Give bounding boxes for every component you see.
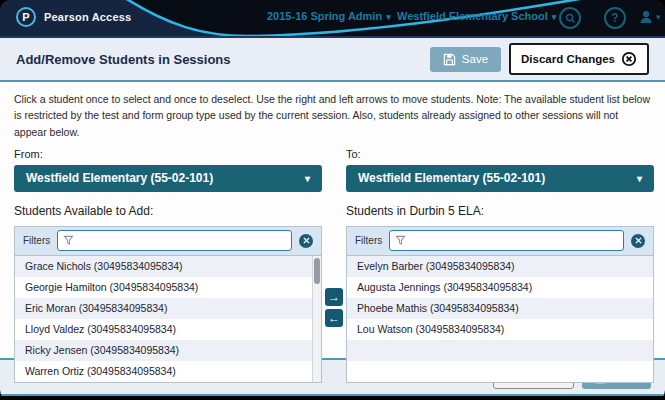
- session-students-list: Evelyn Barber (30495834095834)Augusta Je…: [347, 256, 653, 382]
- session-filter-field: [389, 230, 624, 251]
- session-list-title: Students in Durbin 5 ELA:: [346, 204, 654, 218]
- question-mark: ?: [611, 11, 618, 25]
- filter-funnel-icon: [395, 235, 406, 246]
- chevron-down-icon: ▾: [656, 12, 661, 22]
- session-filter-bar: Filters: [347, 227, 653, 256]
- user-icon: [638, 9, 654, 25]
- available-filter-bar: Filters: [15, 227, 321, 256]
- to-session-value: Westfield Elementary (55-02-101): [358, 171, 545, 185]
- student-row[interactable]: Ricky Jensen (30495834095834): [15, 340, 321, 361]
- user-menu[interactable]: ▾: [638, 9, 661, 25]
- available-students-list: Grace Nichols (30495834095834)Georgie Ha…: [15, 256, 321, 382]
- move-right-button[interactable]: →: [325, 288, 343, 306]
- chevron-down-icon: ▾: [552, 12, 557, 22]
- scrollbar-thumb[interactable]: [314, 258, 320, 284]
- list-title-row: Students Available to Add: Students in D…: [0, 192, 665, 226]
- session-filter-input[interactable]: [410, 232, 618, 249]
- filters-label: Filters: [355, 235, 382, 246]
- top-navigation-bar: P Pearson Access 2015-16 Spring Admin▾ W…: [0, 0, 665, 38]
- filters-label: Filters: [23, 235, 50, 246]
- student-row[interactable]: Lloyd Valdez (30495834095834): [15, 319, 321, 340]
- student-row[interactable]: Phoebe Mathis (30495834095834): [347, 298, 653, 319]
- available-filter-field: [57, 230, 292, 251]
- session-filter-clear-button[interactable]: [631, 234, 645, 248]
- filter-funnel-icon: [63, 235, 74, 246]
- organization-label: Westfield Elementary School: [397, 10, 548, 22]
- panels-row: Filters Grace Nichols (30495834095834)Ge…: [0, 226, 665, 383]
- available-list-title: Students Available to Add:: [14, 204, 322, 218]
- chevron-down-icon: ▾: [305, 173, 310, 184]
- empty-row: [347, 340, 653, 361]
- admin-period-label: 2015-16 Spring Admin: [267, 10, 382, 22]
- organization-dropdown[interactable]: Westfield Elementary School▾: [397, 10, 556, 22]
- right-arrow-icon: →: [328, 290, 340, 304]
- student-row[interactable]: Eric Moran (30495834095834): [15, 298, 321, 319]
- save-button[interactable]: Save: [430, 47, 501, 72]
- move-left-button[interactable]: ←: [325, 309, 343, 327]
- student-row[interactable]: Augusta Jennings (30495834095834): [347, 277, 653, 298]
- student-row[interactable]: Georgie Hamilton (30495834095834): [15, 277, 321, 298]
- chevron-down-icon: ▾: [637, 173, 642, 184]
- brand-name: Pearson Access: [44, 11, 131, 23]
- to-session-select[interactable]: Westfield Elementary (55-02-101) ▾: [346, 165, 654, 192]
- move-arrows: → ←: [322, 226, 346, 383]
- pearson-logo-icon: P: [16, 7, 36, 27]
- help-icon[interactable]: ?: [604, 7, 626, 29]
- save-button-label: Save: [462, 53, 488, 65]
- available-students-panel: Filters Grace Nichols (30495834095834)Ge…: [14, 226, 322, 383]
- discard-changes-label: Discard Changes: [521, 53, 615, 65]
- from-session-value: Westfield Elementary (55-02-101): [26, 171, 213, 185]
- to-label: To:: [346, 148, 654, 160]
- left-arrow-icon: ←: [328, 311, 340, 325]
- pearson-access-brand[interactable]: P Pearson Access: [16, 7, 131, 27]
- discard-changes-button[interactable]: Discard Changes: [509, 43, 649, 75]
- session-students-panel: Filters Evelyn Barber (30495834095834)Au…: [346, 226, 654, 383]
- scrollbar[interactable]: [312, 256, 321, 382]
- from-label: From:: [14, 148, 322, 160]
- student-row[interactable]: Evelyn Barber (30495834095834): [347, 256, 653, 277]
- page-title: Add/Remove Students in Sessions: [16, 52, 430, 67]
- available-filter-clear-button[interactable]: [299, 234, 313, 248]
- instructions-text: Click a student once to select and once …: [0, 82, 665, 142]
- student-row[interactable]: Grace Nichols (30495834095834): [15, 256, 321, 277]
- from-session-select[interactable]: Westfield Elementary (55-02-101) ▾: [14, 165, 322, 192]
- student-row[interactable]: Lou Watson (30495834095834): [347, 319, 653, 340]
- available-filter-input[interactable]: [78, 232, 286, 249]
- page-header: Add/Remove Students in Sessions Save Dis…: [0, 38, 665, 82]
- search-icon[interactable]: [559, 7, 581, 29]
- main-content: Add/Remove Students in Sessions Save Dis…: [0, 38, 665, 358]
- chevron-down-icon: ▾: [386, 12, 391, 22]
- app-window: P Pearson Access 2015-16 Spring Admin▾ W…: [0, 0, 665, 400]
- screen: P Pearson Access 2015-16 Spring Admin▾ W…: [0, 0, 665, 400]
- empty-row: [347, 361, 653, 382]
- close-circle-icon: [621, 51, 637, 67]
- save-icon: [443, 53, 456, 66]
- select-row: From: Westfield Elementary (55-02-101) ▾…: [0, 142, 665, 192]
- admin-period-dropdown[interactable]: 2015-16 Spring Admin▾: [267, 10, 391, 22]
- student-row[interactable]: Warren Ortiz (30495834095834): [15, 361, 321, 382]
